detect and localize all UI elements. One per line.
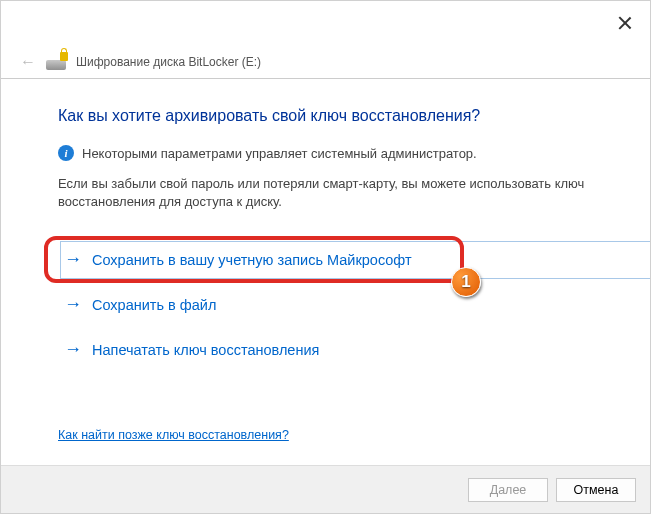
cancel-button[interactable]: Отмена [556,478,636,502]
back-arrow-icon: ← [20,53,36,71]
footer: Далее Отмена [1,465,650,513]
option-label: Сохранить в файл [92,297,216,313]
close-icon[interactable] [617,15,633,31]
option-label: Сохранить в вашу учетную запись Майкросо… [92,252,412,268]
info-icon: i [58,145,74,161]
admin-info-row: i Некоторыми параметрами управляет систе… [58,145,609,161]
content-area: Как вы хотите архивировать свой ключ вос… [0,79,651,382]
wizard-header: ← Шифрование диска BitLocker (E:) [0,45,651,79]
next-button: Далее [468,478,548,502]
body-text: Если вы забыли свой пароль или потеряли … [58,175,609,211]
bitlocker-drive-icon [46,54,66,70]
header-title: Шифрование диска BitLocker (E:) [76,55,261,69]
option-print-key[interactable]: → Напечатать ключ восстановления [58,327,609,372]
titlebar [0,0,651,45]
option-save-microsoft[interactable]: → Сохранить в вашу учетную запись Майкро… [58,237,609,282]
arrow-right-icon: → [64,249,82,270]
arrow-right-icon: → [64,339,82,360]
option-save-file[interactable]: → Сохранить в файл [58,282,609,327]
help-link[interactable]: Как найти позже ключ восстановления? [58,428,289,442]
arrow-right-icon: → [64,294,82,315]
option-label: Напечатать ключ восстановления [92,342,319,358]
admin-info-text: Некоторыми параметрами управляет системн… [82,146,477,161]
page-heading: Как вы хотите архивировать свой ключ вос… [58,107,609,125]
